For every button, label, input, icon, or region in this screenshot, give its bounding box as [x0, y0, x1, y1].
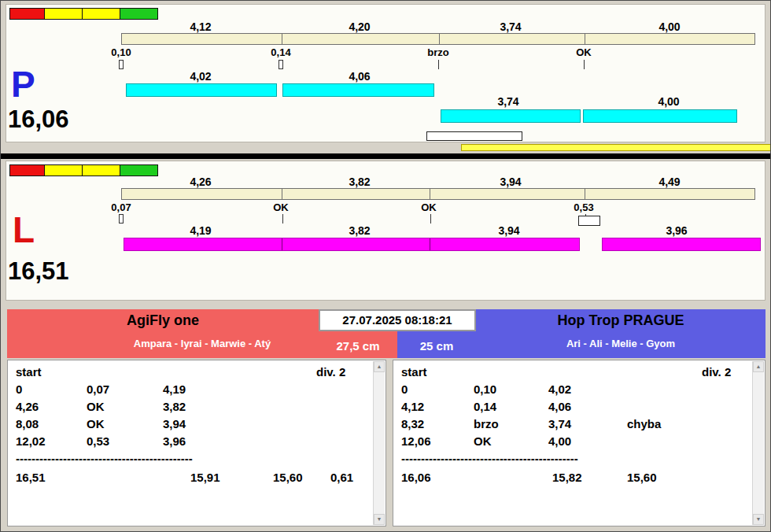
- run-bar-dogs1-3: [124, 238, 580, 251]
- table-cell: 12,06: [401, 434, 431, 449]
- team-left-run-table: start div. 2 0 0,07 4,19 4,26 OK 3,82 8,…: [7, 360, 386, 526]
- change-marker-line: [584, 60, 585, 69]
- indicator-segment-yellow-2: [83, 8, 120, 20]
- table-cell: 0,53: [87, 434, 109, 449]
- split-divider: [282, 34, 282, 44]
- lane-letter-l: L: [13, 212, 35, 248]
- split-divider: [585, 34, 585, 44]
- indicator-segment-yellow-1: [45, 164, 83, 176]
- scroll-up-button[interactable]: ▲: [374, 361, 385, 372]
- scroll-up-button[interactable]: ▲: [753, 361, 764, 372]
- change-window-box: [578, 216, 600, 226]
- change-marker-line: [282, 214, 283, 224]
- pending-run-box: [426, 131, 522, 141]
- lane-divider: [1, 153, 771, 159]
- lane-letter-p: P: [11, 66, 35, 102]
- start-label: start: [16, 365, 42, 379]
- change-label: OK: [249, 201, 312, 213]
- table-scrollbar[interactable]: ▲ ▼: [752, 361, 764, 525]
- table-cell: 12,02: [16, 434, 46, 449]
- scroll-down-button[interactable]: ▼: [753, 514, 764, 525]
- table-cell: 4,00: [548, 434, 571, 449]
- team-left-name: AgiFly one: [7, 312, 319, 329]
- table-cell: 0,14: [474, 400, 496, 414]
- table-cell: brzo: [474, 417, 499, 431]
- run-time-label: 3,96: [645, 225, 708, 237]
- split-time-label: 4,12: [169, 21, 232, 33]
- change-label: brzo: [407, 46, 470, 58]
- table-cell: 0,07: [87, 382, 109, 397]
- table-cell: 3,94: [163, 417, 186, 431]
- run-bar-dog4: [602, 238, 761, 251]
- change-label: 0,10: [90, 46, 153, 58]
- run-time-label: 3,94: [478, 225, 540, 237]
- indicator-segment-green: [120, 8, 158, 20]
- indicator-segment-green: [120, 164, 158, 176]
- change-marker-box: [279, 60, 283, 69]
- change-label: OK: [397, 201, 460, 213]
- best-possible-time: 15,60: [627, 471, 657, 485]
- change-label: OK: [552, 46, 615, 58]
- split-time-label: 3,82: [328, 176, 391, 188]
- change-marker-line: [430, 214, 431, 224]
- table-cell: 3,96: [163, 434, 186, 449]
- running-dog-progress-bar: [461, 144, 771, 151]
- table-cell: 4,26: [16, 400, 39, 414]
- run-time-label: 4,19: [169, 225, 232, 237]
- lane-total-time-p: 16,06: [8, 107, 69, 131]
- run-divider: [282, 238, 282, 250]
- run-bar-dog3: [441, 109, 581, 123]
- split-time-label: 4,00: [638, 21, 701, 33]
- run-time-label: 4,06: [328, 71, 391, 83]
- team-right-jump-height: 25 cm: [397, 339, 476, 353]
- table-cell: 8,32: [401, 417, 424, 431]
- table-cell: OK: [474, 434, 492, 449]
- time-difference: 0,61: [330, 471, 353, 485]
- scroll-down-icon: ▼: [756, 516, 762, 522]
- change-label: 0,07: [90, 201, 153, 213]
- lane-panel-l: 4,26 3,82 3,94 4,49 0,07 OK OK 0,53 L 4,…: [6, 161, 765, 301]
- total-time: 16,51: [16, 471, 46, 485]
- start-label: start: [401, 365, 427, 379]
- table-cell: chyba: [627, 417, 661, 431]
- table-separator: ----------------------------------------…: [401, 452, 578, 466]
- split-bar-l: [121, 188, 755, 200]
- table-cell: 3,74: [548, 417, 571, 431]
- sum-run-times: 15,82: [552, 471, 582, 485]
- table-cell: 3,82: [163, 400, 186, 414]
- change-marker-box: [119, 60, 124, 69]
- change-marker-line: [438, 60, 439, 69]
- division-label: div. 2: [316, 365, 345, 379]
- scroll-up-icon: ▲: [756, 364, 762, 369]
- split-time-label: 4,26: [169, 176, 232, 188]
- scroll-down-icon: ▼: [377, 516, 382, 522]
- scroll-up-icon: ▲: [377, 364, 382, 369]
- run-time-label: 3,74: [477, 96, 540, 108]
- change-label: 0,53: [552, 201, 615, 213]
- lane-panel-p: 4,12 4,20 3,74 4,00 0,10 0,14 brzo OK P …: [6, 4, 765, 142]
- run-bar-dog1: [126, 83, 277, 97]
- lane-total-time-l: 16,51: [8, 259, 69, 283]
- run-bar-dog2: [282, 83, 434, 97]
- flyball-timing-screen: 4,12 4,20 3,74 4,00 0,10 0,14 brzo OK P …: [0, 0, 771, 532]
- team-right-run-table: start div. 2 0 0,10 4,02 4,12 0,14 4,06 …: [393, 360, 765, 526]
- total-time: 16,06: [401, 471, 431, 485]
- table-cell: 4,19: [163, 382, 186, 397]
- table-scrollbar[interactable]: ▲ ▼: [373, 361, 385, 525]
- split-bar-p: [121, 33, 755, 45]
- table-cell: OK: [87, 400, 105, 414]
- division-label: div. 2: [702, 365, 731, 379]
- table-cell: 4,06: [548, 400, 571, 414]
- run-bar-dog4: [583, 109, 737, 123]
- sum-run-times: 15,91: [190, 471, 220, 485]
- table-cell: 0,10: [474, 382, 496, 397]
- split-divider: [282, 189, 282, 199]
- indicator-segment-red: [9, 164, 45, 176]
- race-timestamp: 27.07.2025 08:18:21: [319, 309, 476, 331]
- table-cell: 0: [16, 382, 22, 397]
- change-label: 0,14: [249, 46, 312, 58]
- change-marker-box: [119, 214, 124, 224]
- scroll-down-button[interactable]: ▼: [374, 514, 385, 525]
- split-time-label: 4,20: [328, 21, 391, 33]
- run-divider: [430, 238, 430, 250]
